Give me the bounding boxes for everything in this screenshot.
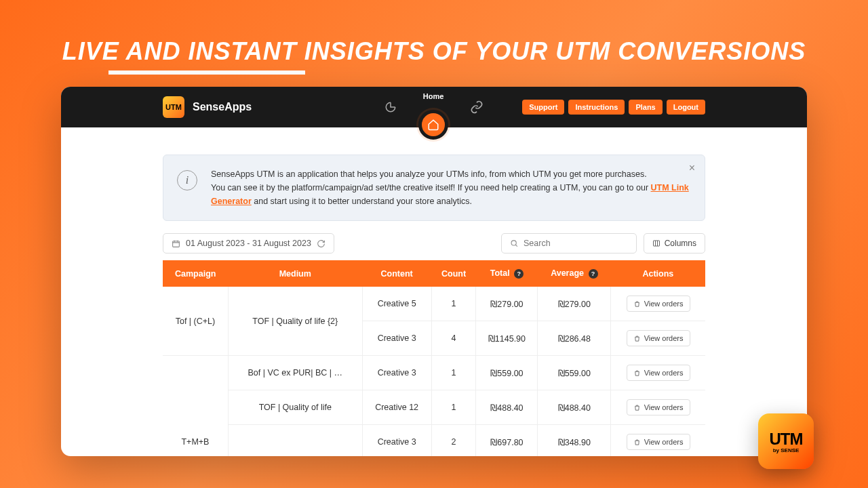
app-window: UTM SenseApps Home Support Instructions … [61, 87, 807, 456]
columns-icon [652, 239, 660, 247]
logout-button[interactable]: Logout [667, 100, 705, 115]
nav-right: Support Instructions Plans Logout [522, 100, 705, 115]
cell-total: ₪279.00 [476, 287, 538, 321]
cell-count: 1 [431, 287, 476, 321]
view-orders-button[interactable]: View orders [627, 296, 690, 312]
cell-content: Creative 12 [362, 390, 431, 425]
cell-average: ₪286.48 [538, 321, 611, 356]
date-range-label: 01 August 2023 - 31 August 2023 [186, 239, 311, 248]
table-row: Tof | (C+L)TOF | Quality of life {2}Crea… [163, 287, 705, 321]
search-box[interactable] [501, 233, 637, 253]
th-count[interactable]: Count [431, 260, 476, 287]
view-orders-button[interactable]: View orders [627, 365, 690, 381]
th-campaign[interactable]: Campaign [163, 260, 228, 287]
cell-content: Creative 5 [362, 287, 431, 321]
topbar: UTM SenseApps Home Support Instructions … [61, 87, 807, 127]
cell-total: ₪1145.90 [476, 321, 538, 356]
th-actions: Actions [611, 260, 705, 287]
cell-average: ₪488.40 [538, 390, 611, 425]
cell-actions: View orders [611, 321, 705, 356]
th-content[interactable]: Content [362, 260, 431, 287]
toolbar: 01 August 2023 - 31 August 2023 Columns [163, 233, 705, 253]
cell-average: ₪348.90 [538, 425, 611, 457]
search-input[interactable] [524, 239, 628, 248]
link-icon[interactable] [470, 100, 484, 114]
cell-actions: View orders [611, 287, 705, 321]
svg-rect-2 [653, 241, 659, 246]
svg-point-1 [511, 241, 516, 245]
calendar-icon [172, 239, 180, 248]
cell-total: ₪697.80 [476, 425, 538, 457]
table-row: TOF | Self careCreative 32₪697.80₪348.90… [163, 425, 705, 457]
support-button[interactable]: Support [522, 100, 564, 115]
help-icon[interactable]: ? [589, 269, 598, 279]
home-icon[interactable] [418, 110, 448, 140]
cell-medium: TOF | Self care [228, 425, 362, 457]
cell-count: 2 [431, 425, 476, 457]
columns-button[interactable]: Columns [644, 233, 705, 253]
cell-average: ₪279.00 [538, 287, 611, 321]
info-icon: i [177, 170, 197, 190]
instructions-button[interactable]: Instructions [568, 100, 625, 115]
cell-medium: Bof | VC ex PUR| BC | … [228, 356, 362, 390]
cell-average: ₪559.00 [538, 356, 611, 390]
content-area: i SenseApps UTM is an application that h… [61, 127, 807, 456]
svg-rect-0 [173, 241, 180, 247]
cell-campaign: T+M+B [163, 356, 228, 457]
table-row: TOF | Quality of lifeCreative 121₪488.40… [163, 390, 705, 425]
cell-actions: View orders [611, 425, 705, 457]
cell-count: 1 [431, 390, 476, 425]
th-average[interactable]: Average ? [538, 260, 611, 287]
corner-logo-sub: by SENSE [773, 447, 800, 453]
cell-actions: View orders [611, 390, 705, 425]
close-icon[interactable]: × [689, 162, 695, 174]
refresh-icon[interactable] [317, 239, 326, 248]
date-range-picker[interactable]: 01 August 2023 - 31 August 2023 [163, 233, 334, 253]
pie-chart-icon[interactable] [384, 101, 397, 113]
th-medium[interactable]: Medium [228, 260, 362, 287]
search-icon [510, 239, 518, 248]
help-icon[interactable]: ? [514, 269, 524, 279]
info-box: i SenseApps UTM is an application that h… [163, 155, 705, 221]
view-orders-button[interactable]: View orders [627, 434, 690, 450]
cell-actions: View orders [611, 356, 705, 390]
nav-center: Home [384, 98, 484, 117]
home-label: Home [423, 92, 444, 100]
logo-badge: UTM [163, 96, 184, 118]
corner-logo-title: UTM [770, 430, 803, 449]
cell-content: Creative 3 [362, 321, 431, 356]
nav-home[interactable]: Home [418, 98, 448, 117]
th-total[interactable]: Total ? [476, 260, 538, 287]
cell-medium: TOF | Quality of life {2} [228, 287, 362, 356]
cell-count: 4 [431, 321, 476, 356]
view-orders-button[interactable]: View orders [627, 399, 690, 415]
corner-logo: UTM by SENSE [758, 413, 814, 469]
logo-text: SenseApps [193, 101, 252, 113]
cell-count: 1 [431, 356, 476, 390]
plans-button[interactable]: Plans [629, 100, 662, 115]
info-text: SenseApps UTM is an application that hel… [211, 167, 691, 208]
cell-content: Creative 3 [362, 356, 431, 390]
utm-table: Campaign Medium Content Count Total ? Av… [163, 260, 705, 456]
table-row: T+M+BBof | VC ex PUR| BC | …Creative 31₪… [163, 356, 705, 390]
view-orders-button[interactable]: View orders [627, 330, 690, 346]
hero-title: LIVE AND INSTANT INSIGHTS OF YOUR UTM CO… [0, 0, 868, 73]
cell-content: Creative 3 [362, 425, 431, 457]
cell-total: ₪488.40 [476, 390, 538, 425]
cell-medium: TOF | Quality of life [228, 390, 362, 425]
cell-total: ₪559.00 [476, 356, 538, 390]
logo-block: UTM SenseApps [163, 96, 252, 118]
hero-underline [108, 70, 305, 75]
cell-campaign: Tof | (C+L) [163, 287, 228, 356]
